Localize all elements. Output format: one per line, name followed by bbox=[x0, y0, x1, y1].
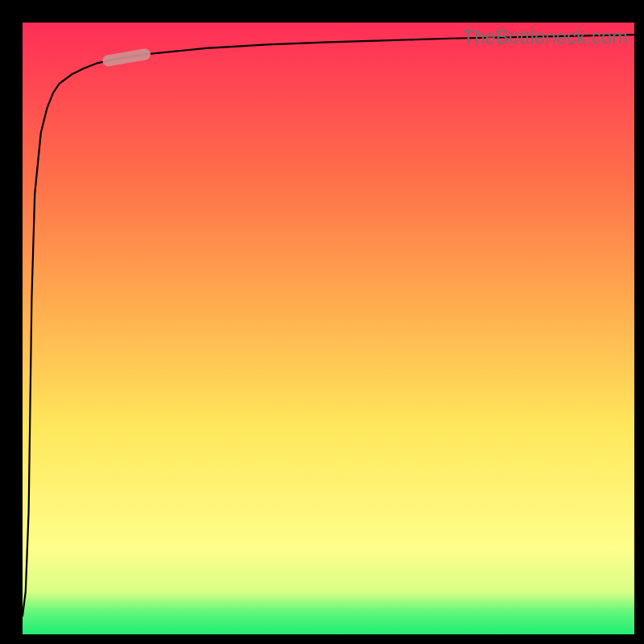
curve-highlight bbox=[108, 55, 145, 61]
watermark-text: TheBottleneck.com bbox=[463, 26, 628, 48]
chart-svg bbox=[23, 23, 634, 634]
chart-frame: TheBottleneck.com bbox=[0, 0, 644, 644]
bottleneck-curve bbox=[23, 35, 634, 616]
plot-area: TheBottleneck.com bbox=[23, 23, 634, 634]
